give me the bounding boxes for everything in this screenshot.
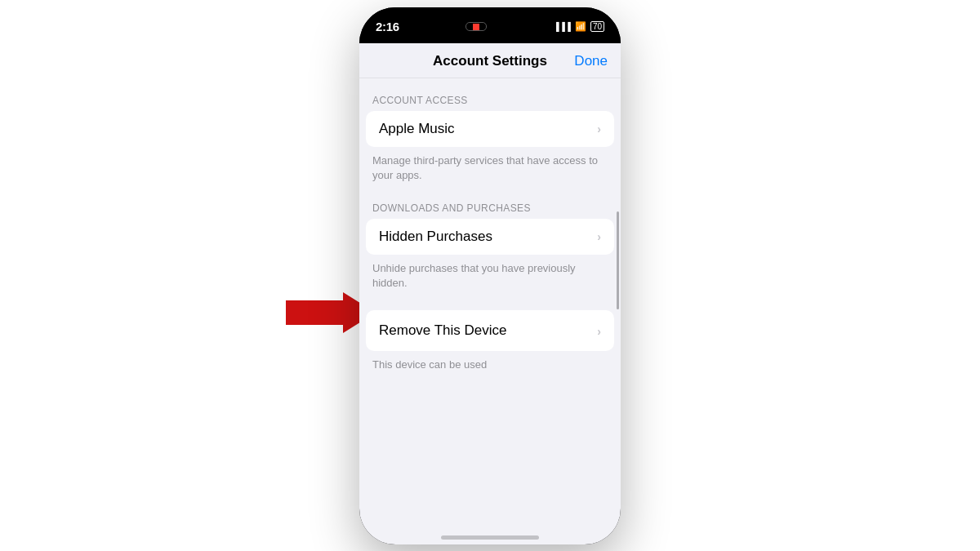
wifi-icon: 📶	[575, 21, 586, 32]
bottom-indicator	[359, 525, 621, 544]
remove-device-item[interactable]: Remove This Device ›	[366, 310, 614, 351]
account-access-description: Manage third-party services that have ac…	[359, 147, 621, 186]
status-bar: 2:16 ▐▐▐ 📶 70	[359, 7, 621, 43]
done-button[interactable]: Done	[574, 53, 608, 69]
apple-music-label: Apple Music	[379, 121, 455, 137]
hidden-purchases-chevron: ›	[597, 230, 601, 243]
downloads-list: Hidden Purchases ›	[366, 219, 614, 255]
remove-device-list: Remove This Device ›	[366, 310, 614, 351]
downloads-label: DOWNLOADS AND PURCHASES	[359, 202, 621, 219]
battery-icon: 70	[590, 21, 604, 32]
status-icons: ▐▐▐ 📶 70	[554, 21, 604, 32]
status-time: 2:16	[376, 20, 399, 33]
downloads-section: DOWNLOADS AND PURCHASES Hidden Purchases…	[359, 202, 621, 294]
nav-bar: Account Settings Done	[359, 43, 621, 78]
scrollbar[interactable]	[617, 211, 619, 309]
screen-content: Account Settings Done ACCOUNT ACCESS App…	[359, 43, 621, 525]
remove-device-description: This device can be used	[359, 351, 621, 375]
remove-device-section: Remove This Device › This device can be …	[359, 310, 621, 375]
nav-title: Account Settings	[433, 53, 547, 69]
phone-wrapper: 2:16 ▐▐▐ 📶 70 Account Settings Done ACCO…	[359, 7, 621, 544]
account-access-label: ACCOUNT ACCESS	[359, 95, 621, 111]
apple-music-chevron: ›	[597, 122, 601, 136]
account-access-section: ACCOUNT ACCESS Apple Music › Manage thir…	[359, 95, 621, 186]
phone-frame: 2:16 ▐▐▐ 📶 70 Account Settings Done ACCO…	[359, 7, 621, 544]
apple-music-item[interactable]: Apple Music ›	[366, 111, 614, 147]
remove-device-label: Remove This Device	[379, 322, 507, 340]
signal-icon: ▐▐▐	[554, 22, 571, 31]
remove-device-chevron: ›	[597, 325, 601, 338]
hidden-purchases-item[interactable]: Hidden Purchases ›	[366, 219, 614, 255]
account-access-list: Apple Music ›	[366, 111, 614, 147]
hidden-purchases-label: Hidden Purchases	[379, 229, 492, 245]
downloads-description: Unhide purchases that you have previousl…	[359, 255, 621, 294]
home-indicator	[441, 535, 539, 540]
